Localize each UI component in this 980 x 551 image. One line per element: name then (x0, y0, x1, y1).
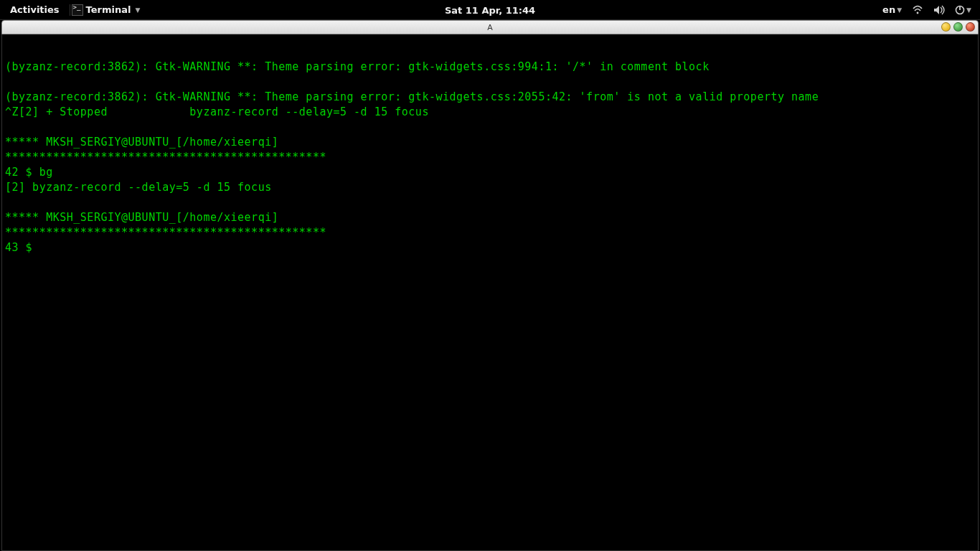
terminal-output[interactable]: (byzanz-record:3862): Gtk-WARNING **: Th… (1, 34, 979, 551)
window-controls (941, 22, 975, 32)
volume-icon[interactable] (933, 5, 945, 15)
power-icon[interactable]: ▼ (955, 5, 971, 15)
window-title: A (487, 23, 493, 32)
activities-button[interactable]: Activities (0, 4, 70, 15)
input-language-label: en (882, 4, 895, 15)
app-menu[interactable]: Terminal ▼ (70, 4, 146, 16)
panel-status-area: en ▼ ▼ (882, 4, 980, 15)
panel-clock[interactable]: Sat 11 Apr, 11:44 (445, 0, 535, 20)
input-language-indicator[interactable]: en ▼ (882, 4, 902, 15)
terminal-icon (72, 4, 83, 16)
chevron-down-icon: ▼ (135, 6, 140, 14)
chevron-down-icon: ▼ (897, 6, 902, 14)
gnome-top-panel: Activities Terminal ▼ Sat 11 Apr, 11:44 … (0, 0, 980, 20)
network-wifi-icon[interactable] (912, 5, 923, 15)
chevron-down-icon: ▼ (966, 6, 971, 14)
svg-point-0 (917, 11, 919, 14)
app-menu-label: Terminal (86, 4, 131, 15)
window-close-button[interactable] (966, 22, 975, 32)
window-titlebar[interactable]: A (1, 20, 979, 34)
window-maximize-button[interactable] (953, 22, 963, 32)
window-minimize-button[interactable] (941, 22, 951, 32)
